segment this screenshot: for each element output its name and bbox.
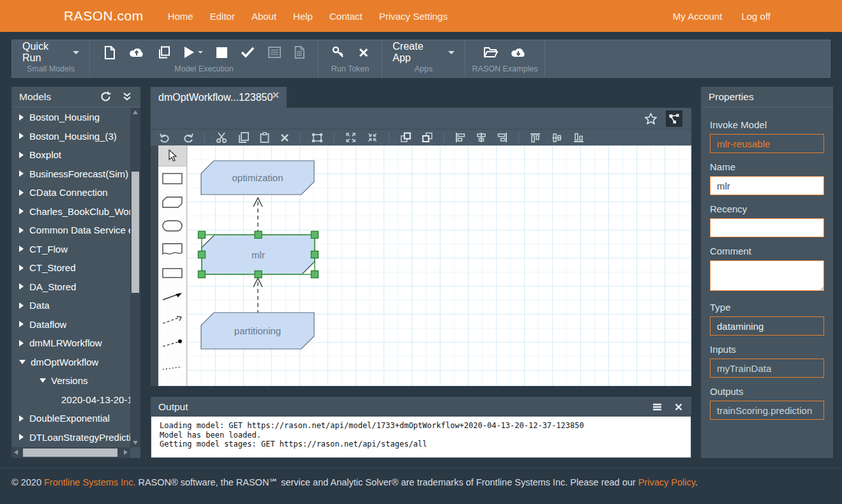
nav-item-help[interactable]: Help bbox=[293, 11, 313, 22]
scrollbar-thumb[interactable] bbox=[132, 172, 139, 293]
expand-arrow-icon[interactable] bbox=[19, 133, 24, 139]
scroll-up-arrow[interactable] bbox=[133, 110, 138, 114]
run-icon[interactable] bbox=[184, 46, 203, 59]
expand-arrow-icon[interactable] bbox=[19, 283, 24, 290]
model-tree-item-version[interactable]: 2020-04-13-20-12-37-123850 bbox=[11, 390, 130, 410]
expand-arrow-icon[interactable] bbox=[19, 114, 24, 121]
undo-icon[interactable] bbox=[160, 133, 171, 143]
model-tree-item[interactable]: Common Data Service example bbox=[11, 221, 130, 240]
bring-to-front-icon[interactable] bbox=[400, 132, 411, 143]
diagram-canvas[interactable]: optimization mlr partitioning bbox=[187, 145, 691, 386]
redo-icon[interactable] bbox=[182, 133, 193, 143]
quick-run-dropdown[interactable]: Quick Run bbox=[22, 41, 79, 64]
open-folder-icon[interactable] bbox=[484, 47, 498, 58]
expand-arrow-icon[interactable] bbox=[19, 302, 24, 309]
nav-item-privacy-settings[interactable]: Privacy Settings bbox=[379, 11, 448, 22]
clear-token-icon[interactable] bbox=[359, 48, 368, 57]
send-to-back-icon[interactable] bbox=[422, 132, 433, 143]
nav-item-contact[interactable]: Contact bbox=[329, 11, 363, 22]
model-tree-item[interactable]: CT_Flow bbox=[11, 240, 130, 259]
model-tree-item[interactable]: Boston_Housing_(3) bbox=[11, 127, 130, 146]
nav-item-editor[interactable]: Editor bbox=[210, 11, 235, 22]
star-icon[interactable] bbox=[645, 113, 657, 124]
results-file-icon[interactable] bbox=[294, 46, 304, 59]
align-left-icon[interactable] bbox=[455, 132, 465, 143]
model-tree-item[interactable]: DoubleExponential bbox=[11, 409, 130, 428]
dashed-arrow-tool[interactable] bbox=[158, 308, 186, 332]
model-tree-item-versions[interactable]: Versions bbox=[11, 371, 130, 390]
new-file-icon[interactable] bbox=[104, 46, 116, 59]
cloud-download-icon[interactable] bbox=[511, 47, 526, 58]
frontline-systems-link[interactable]: Frontline Systems Inc. bbox=[44, 477, 135, 487]
align-bottom-icon[interactable] bbox=[573, 133, 584, 143]
align-right-icon[interactable] bbox=[497, 132, 507, 143]
scroll-down-arrow[interactable] bbox=[133, 441, 138, 445]
run-options-chevron-icon[interactable] bbox=[198, 51, 203, 54]
delete-icon[interactable] bbox=[280, 133, 289, 142]
model-tree-item[interactable]: DA_Stored bbox=[11, 278, 130, 297]
expand-arrow-icon[interactable] bbox=[19, 321, 24, 327]
recency-field[interactable] bbox=[710, 218, 824, 237]
expand-arrow-icon[interactable] bbox=[19, 434, 24, 440]
model-tree-item-dmoptworkflow[interactable]: dmOptWorkflow bbox=[11, 353, 130, 372]
expand-arrow-icon[interactable] bbox=[19, 227, 24, 233]
align-top-icon[interactable] bbox=[530, 133, 541, 143]
expand-icon[interactable] bbox=[345, 132, 356, 143]
model-tree-item[interactable]: Boston_Housing bbox=[11, 108, 130, 127]
privacy-policy-link[interactable]: Privacy Policy bbox=[638, 477, 695, 487]
stop-icon[interactable] bbox=[216, 47, 227, 58]
align-middle-icon[interactable] bbox=[552, 133, 562, 143]
create-app-dropdown[interactable]: Create App bbox=[393, 41, 455, 64]
stadium-tool[interactable] bbox=[158, 214, 186, 237]
comment-field[interactable] bbox=[710, 260, 824, 291]
resize-shape-icon[interactable] bbox=[312, 133, 323, 143]
collapse-icon[interactable] bbox=[367, 132, 378, 143]
document-tool[interactable] bbox=[158, 237, 186, 261]
tab-close-icon[interactable] bbox=[273, 92, 279, 98]
models-vertical-scrollbar[interactable] bbox=[130, 108, 140, 447]
collapse-arrow-icon[interactable] bbox=[40, 378, 46, 383]
scroll-left-arrow[interactable] bbox=[14, 450, 18, 455]
brand-logo[interactable]: RASON.com bbox=[64, 8, 144, 24]
pointer-tool[interactable] bbox=[158, 145, 186, 167]
model-tree-item[interactable]: dmMLRWorkflow bbox=[11, 334, 130, 353]
expand-arrow-icon[interactable] bbox=[19, 189, 24, 196]
dotted-line-tool[interactable] bbox=[158, 355, 186, 379]
expand-arrow-icon[interactable] bbox=[19, 152, 24, 158]
models-horizontal-scrollbar[interactable] bbox=[11, 447, 130, 458]
tab-dmoptworkflow[interactable]: dmOptWorkflow...123850 bbox=[151, 87, 287, 108]
expand-arrow-icon[interactable] bbox=[19, 415, 24, 422]
copy-model-icon[interactable] bbox=[158, 46, 170, 59]
key-icon[interactable] bbox=[332, 46, 345, 59]
align-center-icon[interactable] bbox=[476, 132, 486, 143]
model-tree-item[interactable]: CT_Stored bbox=[11, 258, 130, 278]
expand-arrow-icon[interactable] bbox=[19, 340, 24, 346]
check-model-icon[interactable] bbox=[241, 47, 255, 58]
model-tree-item[interactable]: Boxplot bbox=[11, 145, 130, 165]
cut-corner-rectangle-tool[interactable] bbox=[158, 190, 186, 214]
model-tree-item[interactable]: BusinessForecast(Sim) bbox=[11, 165, 130, 184]
cloud-upload-icon[interactable] bbox=[129, 47, 144, 58]
nav-item-my-account[interactable]: My Account bbox=[673, 11, 723, 22]
expand-arrow-icon[interactable] bbox=[19, 208, 24, 214]
expand-arrow-icon[interactable] bbox=[19, 170, 24, 177]
plain-rectangle-tool[interactable] bbox=[158, 261, 186, 285]
diagram-mode-icon[interactable] bbox=[666, 110, 682, 127]
scroll-right-arrow[interactable] bbox=[124, 450, 128, 455]
scrollbar-thumb[interactable] bbox=[23, 448, 117, 457]
nav-item-log-off[interactable]: Log off bbox=[741, 11, 771, 22]
copy-icon[interactable] bbox=[238, 132, 249, 143]
rectangle-tool[interactable] bbox=[158, 167, 186, 190]
model-tree-item[interactable]: Charles_BookClub_Workflow bbox=[11, 202, 130, 221]
model-tree-item[interactable]: DTLoanStrategyPredictive bbox=[11, 428, 130, 447]
nav-item-home[interactable]: Home bbox=[168, 11, 193, 22]
solid-arrow-tool[interactable] bbox=[158, 285, 186, 308]
model-tree-item[interactable]: Dataflow bbox=[11, 315, 130, 334]
collapse-all-icon[interactable] bbox=[123, 91, 132, 102]
collapse-arrow-icon[interactable] bbox=[19, 360, 26, 364]
model-tree-item[interactable]: Data bbox=[11, 296, 130, 315]
expand-arrow-icon[interactable] bbox=[19, 265, 24, 271]
invoke-model-button[interactable]: mlr-reusable bbox=[710, 134, 824, 153]
paste-icon[interactable] bbox=[260, 132, 269, 143]
output-log[interactable]: Loading model: GET https://rason.net/api… bbox=[151, 417, 691, 457]
